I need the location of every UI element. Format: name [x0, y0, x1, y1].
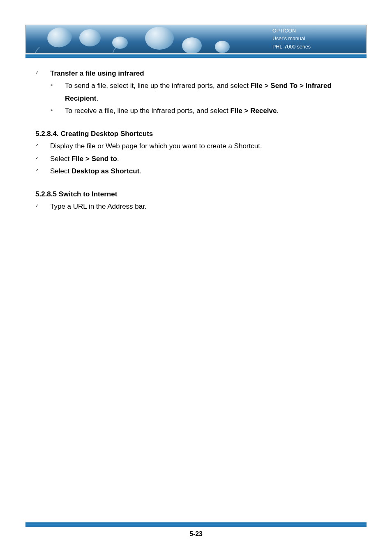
sublist-item-text: To receive a file, line up the infrared …: [65, 105, 357, 117]
header-series: PHL-7000 series: [272, 43, 358, 51]
list-item: ✓ Type a URL in the Address bar.: [35, 200, 357, 213]
page-header: OPTICON User's manual PHL-7000 series: [0, 0, 392, 58]
check-icon: ✓: [35, 153, 50, 165]
check-icon: ✓: [35, 67, 50, 80]
banner-graphic: [26, 25, 272, 53]
list-item-text: Type a URL in the Address bar.: [50, 200, 357, 213]
section-heading: 5.2.8.4. Creating Desktop Shortcuts: [35, 128, 357, 140]
header-accent-bar: [25, 54, 367, 58]
sublist-item: ➢ To receive a file, line up the infrare…: [50, 105, 357, 117]
check-icon: ✓: [35, 140, 50, 152]
check-icon: ✓: [35, 165, 50, 177]
check-icon: ✓: [35, 200, 50, 213]
decorative-blob: [182, 37, 202, 53]
header-text-block: OPTICON User's manual PHL-7000 series: [272, 27, 366, 51]
list-item: ✓ Select File > Send to.: [35, 153, 357, 165]
header-brand: OPTICON: [272, 27, 358, 35]
triangle-icon: ➢: [50, 105, 65, 117]
list-item-title: Transfer a file using infrared: [50, 67, 357, 80]
decorative-blob: [215, 41, 230, 53]
header-banner: OPTICON User's manual PHL-7000 series: [25, 25, 367, 53]
triangle-icon: ➢: [50, 80, 65, 105]
footer-accent-bar: [25, 522, 367, 527]
page-footer: 5-23: [25, 522, 367, 538]
list-item: ✓ Transfer a file using infrared: [35, 67, 357, 80]
list-item: ✓ Select Desktop as Shortcut.: [35, 165, 357, 177]
list-item-text: Select Desktop as Shortcut.: [50, 165, 357, 177]
list-item-text: Display the file or Web page for which y…: [50, 140, 357, 152]
list-item: ✓ Display the file or Web page for which…: [35, 140, 357, 152]
page-number: 5-23: [25, 527, 367, 538]
sublist-item-text: To send a file, select it, line up the i…: [65, 80, 357, 105]
header-doctype: User's manual: [272, 35, 358, 43]
list-item-text: Select File > Send to.: [50, 153, 357, 165]
page-content: ✓ Transfer a file using infrared ➢ To se…: [0, 58, 392, 213]
section-heading: 5.2.8.5 Switch to Internet: [35, 188, 357, 200]
sublist-item: ➢ To send a file, select it, line up the…: [50, 80, 357, 105]
